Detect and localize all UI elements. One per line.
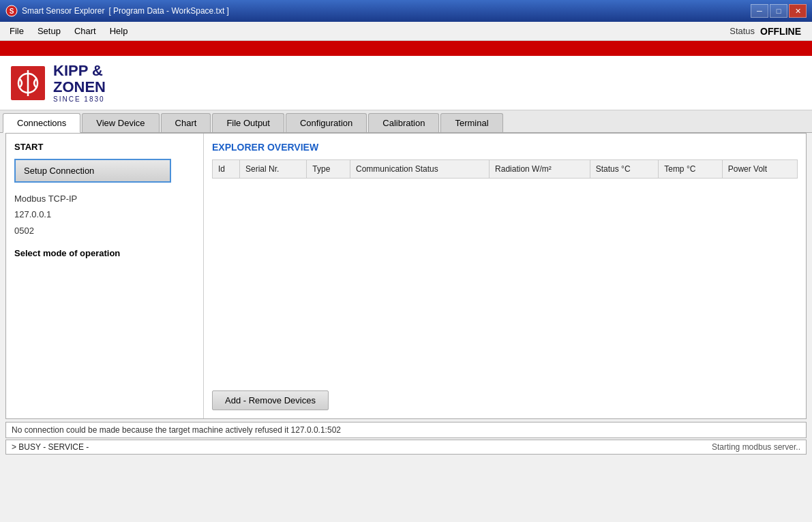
bottom-bar: > BUSY - SERVICE - Starting modbus serve… (5, 440, 807, 455)
connection-type: Modbus TCP-IP (14, 191, 195, 206)
mode-label: Select mode of operation (14, 248, 195, 258)
status-label: Status (730, 26, 755, 36)
add-remove-devices-button[interactable]: Add - Remove Devices (212, 390, 329, 410)
right-panel: EXPLORER OVERVIEW Id Serial Nr. Type Com… (204, 134, 806, 418)
title-bar-left: S Smart Sensor Explorer [ Program Data -… (5, 5, 229, 17)
main-content: START Setup Connection Modbus TCP-IP 127… (5, 133, 807, 419)
add-remove-area: Add - Remove Devices (212, 385, 798, 410)
menu-status: Status OFFLINE (730, 26, 809, 37)
tab-calibration[interactable]: Calibration (368, 113, 439, 132)
title-bar: S Smart Sensor Explorer [ Program Data -… (0, 0, 812, 22)
menu-file[interactable]: File (3, 23, 31, 39)
menu-chart[interactable]: Chart (67, 23, 103, 39)
tabs-bar: Connections View Device Chart File Outpu… (0, 110, 812, 133)
menu-bar: File Setup Chart Help Status OFFLINE (0, 22, 812, 41)
tab-chart[interactable]: Chart (161, 113, 211, 132)
connection-port: 0502 (14, 223, 195, 239)
col-header-radiation: Radiation W/m² (490, 160, 590, 179)
connection-info: Modbus TCP-IP 127.0.0.1 0502 (14, 191, 195, 239)
col-header-power: Power Volt (722, 160, 797, 179)
minimize-button[interactable]: ─ (751, 4, 768, 18)
menu-setup[interactable]: Setup (31, 23, 67, 39)
setup-connection-button[interactable]: Setup Connection (14, 159, 171, 183)
menu-items: File Setup Chart Help (3, 23, 134, 39)
red-banner (0, 41, 812, 56)
window-controls: ─ □ ✕ (751, 4, 807, 18)
svg-text:S: S (10, 7, 14, 15)
tab-configuration[interactable]: Configuration (286, 113, 367, 132)
menu-help[interactable]: Help (103, 23, 135, 39)
col-header-serial: Serial Nr. (240, 160, 307, 179)
app-title: Smart Sensor Explorer (22, 6, 104, 16)
close-button[interactable]: ✕ (789, 4, 807, 18)
col-header-id: Id (213, 160, 240, 179)
logo-area: KIPP & ZONEN SINCE 1830 (0, 56, 812, 110)
logo-name-line2: ZONEN (53, 79, 106, 95)
restore-button[interactable]: □ (770, 4, 787, 18)
status-value: OFFLINE (760, 26, 801, 37)
status-message: No connection could be made because the … (12, 425, 341, 435)
explorer-table: Id Serial Nr. Type Communication Status … (212, 159, 798, 179)
app-icon: S (5, 5, 18, 17)
logo-text: KIPP & ZONEN SINCE 1830 (53, 63, 106, 103)
kipp-zonen-logo-icon (11, 66, 45, 100)
explorer-title: EXPLORER OVERVIEW (212, 142, 798, 153)
col-header-status: Status °C (590, 160, 658, 179)
logo-name-line1: KIPP & (53, 63, 106, 79)
col-header-type: Type (307, 160, 350, 179)
panel-title: START (14, 142, 195, 152)
tab-file-output[interactable]: File Output (212, 113, 284, 132)
left-panel: START Setup Connection Modbus TCP-IP 127… (6, 134, 204, 418)
logo-since: SINCE 1830 (53, 95, 106, 103)
tab-view-device[interactable]: View Device (82, 113, 159, 132)
tab-connections[interactable]: Connections (3, 113, 80, 133)
status-bar: No connection could be made because the … (5, 422, 807, 438)
col-header-comm-status: Communication Status (350, 160, 490, 179)
tab-terminal[interactable]: Terminal (440, 113, 502, 132)
col-header-temp: Temp °C (659, 160, 723, 179)
file-info: [ Program Data - WorkSpace.txt ] (108, 6, 229, 16)
bottom-bar-right: Starting modbus server.. (712, 442, 800, 452)
bottom-bar-left: > BUSY - SERVICE - (12, 442, 89, 452)
connection-ip: 127.0.0.1 (14, 206, 195, 222)
logo-box: KIPP & ZONEN SINCE 1830 (11, 63, 106, 103)
